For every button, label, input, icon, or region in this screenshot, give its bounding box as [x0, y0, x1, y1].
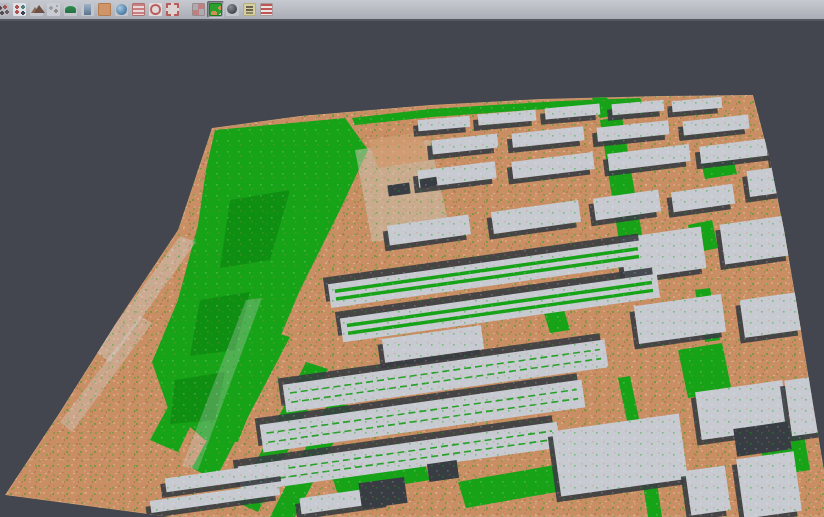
classified-pointcloud-scene	[0, 0, 824, 517]
surface-model-icon-glyph	[64, 3, 77, 16]
annotation-icon-glyph	[243, 3, 256, 16]
globe-3d-icon[interactable]	[113, 1, 130, 18]
classified-view-icon[interactable]	[207, 1, 224, 18]
eraser-stripes-icon[interactable]	[258, 1, 275, 18]
target-circle-icon-glyph	[149, 3, 162, 16]
edit-points-icon[interactable]	[0, 1, 11, 18]
layer-list-icon-glyph	[132, 3, 145, 16]
dark-sphere-icon[interactable]	[224, 1, 241, 18]
profile-view-icon-glyph	[81, 3, 94, 16]
eraser-stripes-icon-glyph	[260, 3, 273, 16]
annotation-icon[interactable]	[241, 1, 258, 18]
grid-selection-icon-glyph	[192, 3, 205, 16]
dark-sphere-icon-glyph	[226, 3, 239, 16]
main-toolbar	[0, 0, 824, 21]
zoom-extent-icon-glyph	[166, 3, 179, 16]
3d-viewport[interactable]	[0, 0, 824, 517]
edit-points-icon-glyph	[0, 3, 9, 16]
low-points-icon[interactable]	[45, 1, 62, 18]
surface-model-icon[interactable]	[62, 1, 79, 18]
globe-3d-icon-glyph	[115, 3, 128, 16]
grid-selection-icon[interactable]	[190, 1, 207, 18]
terrain-model-icon-glyph	[30, 3, 43, 16]
profile-view-icon[interactable]	[79, 1, 96, 18]
classify-points-icon-glyph	[13, 3, 26, 16]
ortho-image-icon-glyph	[98, 3, 111, 16]
classified-view-icon-glyph	[209, 3, 222, 16]
terrain-model-icon[interactable]	[28, 1, 45, 18]
classify-points-icon[interactable]	[11, 1, 28, 18]
target-circle-icon[interactable]	[147, 1, 164, 18]
ortho-image-icon[interactable]	[96, 1, 113, 18]
zoom-extent-icon[interactable]	[164, 1, 181, 18]
layer-list-icon[interactable]	[130, 1, 147, 18]
low-points-icon-glyph	[47, 3, 60, 16]
